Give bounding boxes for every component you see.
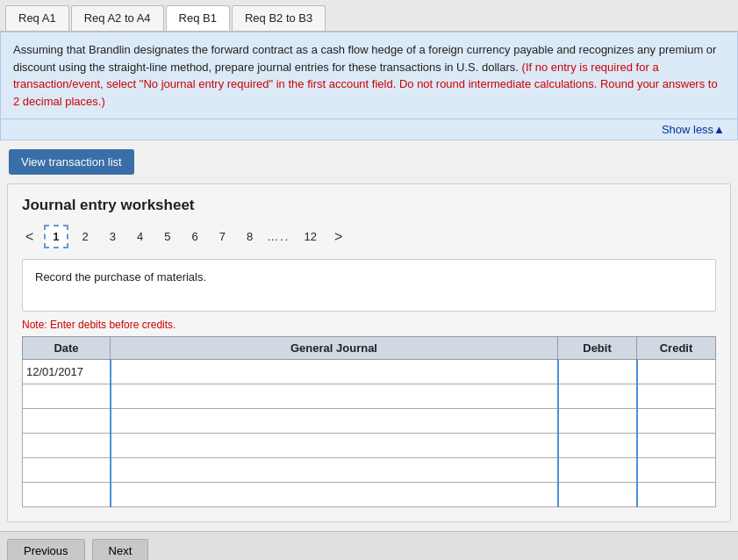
journal-cell-0[interactable] [111, 360, 558, 384]
debit-input-3[interactable] [559, 434, 636, 457]
table-row [23, 483, 716, 507]
tab-req-a2-a4[interactable]: Req A2 to A4 [71, 5, 164, 31]
info-box: Assuming that Brandlin designates the fo… [0, 32, 738, 119]
credit-cell-3[interactable] [637, 434, 716, 458]
date-cell-0: 12/01/2017 [23, 360, 111, 384]
debit-cell-3[interactable] [558, 434, 637, 458]
debit-cell-0[interactable] [558, 360, 637, 384]
credit-cell-1[interactable] [637, 384, 716, 409]
journal-input-3[interactable] [111, 434, 557, 457]
col-header-journal: General Journal [111, 337, 558, 360]
page-7[interactable]: 7 [212, 226, 233, 247]
debit-input-1[interactable] [559, 384, 636, 408]
credit-input-4[interactable] [638, 458, 716, 482]
credit-cell-2[interactable] [637, 409, 716, 434]
credit-cell-0[interactable] [637, 360, 716, 384]
date-cell-1 [23, 384, 111, 409]
table-row [23, 434, 716, 458]
debit-cell-4[interactable] [558, 458, 637, 483]
journal-input-5[interactable] [111, 483, 557, 506]
debit-cell-1[interactable] [558, 384, 637, 409]
show-less-link[interactable]: Show less▲ [662, 123, 725, 136]
note-text: Note: Enter debits before credits. [22, 319, 716, 331]
tab-req-b2-b3[interactable]: Req B2 to B3 [232, 5, 326, 31]
view-transaction-button[interactable]: View transaction list [9, 149, 134, 175]
pagination: < 1 2 3 4 5 6 7 8 ….. 12 > [22, 225, 716, 248]
credit-input-0[interactable] [638, 360, 716, 384]
journal-input-2[interactable] [111, 409, 557, 433]
credit-input-3[interactable] [638, 434, 716, 457]
page-12[interactable]: 12 [297, 226, 323, 247]
credit-input-1[interactable] [638, 384, 716, 408]
pagination-prev[interactable]: < [22, 227, 37, 247]
page-dots: ….. [267, 230, 290, 243]
col-header-debit: Debit [558, 337, 637, 360]
page-6[interactable]: 6 [185, 226, 205, 247]
worksheet-card: Journal entry worksheet < 1 2 3 4 5 6 7 … [7, 183, 731, 522]
debit-cell-5[interactable] [558, 483, 637, 507]
journal-input-1[interactable] [111, 384, 557, 408]
bottom-bar: Previous Next [0, 531, 738, 560]
table-row [23, 458, 716, 483]
description-box: Record the purchase of materials. [22, 259, 716, 312]
table-row: 12/01/2017 [23, 360, 716, 384]
journal-input-0[interactable] [111, 360, 557, 384]
next-button[interactable]: Next [92, 539, 149, 560]
page-8[interactable]: 8 [240, 226, 260, 247]
worksheet-title: Journal entry worksheet [22, 197, 716, 214]
date-cell-4 [23, 458, 111, 483]
credit-cell-5[interactable] [637, 483, 716, 507]
credit-input-5[interactable] [638, 483, 716, 506]
debit-cell-2[interactable] [558, 409, 637, 434]
journal-cell-3[interactable] [111, 434, 558, 458]
date-cell-2 [23, 409, 111, 434]
table-row [23, 409, 716, 434]
pagination-next[interactable]: > [331, 227, 346, 247]
journal-table: Date General Journal Debit Credit 12/01/… [22, 336, 716, 507]
credit-input-2[interactable] [638, 409, 716, 433]
col-header-credit: Credit [637, 337, 716, 360]
date-cell-3 [23, 434, 111, 458]
page-4[interactable]: 4 [130, 226, 150, 247]
journal-input-4[interactable] [111, 458, 557, 482]
tabs-bar: Req A1 Req A2 to A4 Req B1 Req B2 to B3 [0, 0, 738, 32]
debit-input-2[interactable] [559, 409, 636, 433]
tab-req-b1[interactable]: Req B1 [166, 5, 230, 31]
page-3[interactable]: 3 [103, 226, 123, 247]
show-less-bar: Show less▲ [0, 119, 738, 140]
tab-req-a1[interactable]: Req A1 [5, 5, 69, 31]
journal-cell-5[interactable] [111, 483, 558, 507]
debit-input-0[interactable] [559, 360, 636, 384]
page-5[interactable]: 5 [157, 226, 177, 247]
journal-cell-4[interactable] [111, 458, 558, 483]
description-text: Record the purchase of materials. [35, 270, 206, 284]
page-1[interactable]: 1 [44, 225, 68, 248]
journal-cell-1[interactable] [111, 384, 558, 409]
debit-input-5[interactable] [559, 483, 636, 506]
page-2[interactable]: 2 [75, 226, 96, 247]
table-row [23, 384, 716, 409]
previous-button[interactable]: Previous [7, 539, 85, 560]
col-header-date: Date [23, 337, 111, 360]
debit-input-4[interactable] [559, 458, 636, 482]
journal-cell-2[interactable] [111, 409, 558, 434]
credit-cell-4[interactable] [637, 458, 716, 483]
date-cell-5 [23, 483, 111, 507]
